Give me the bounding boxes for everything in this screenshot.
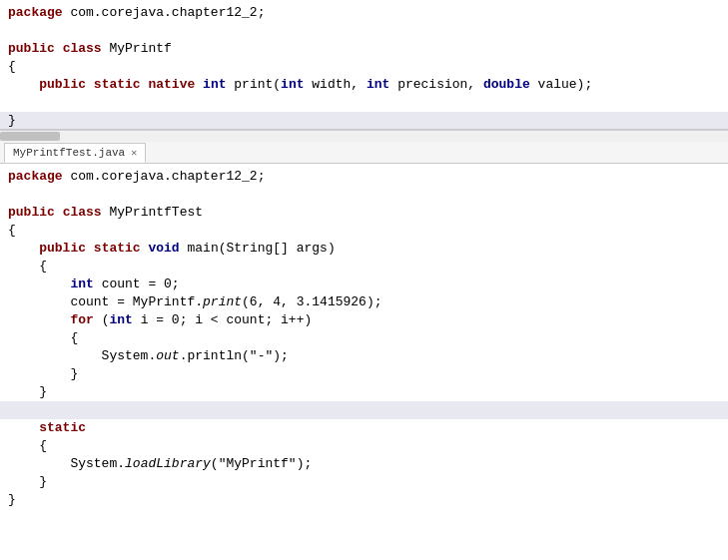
- code-text: public static void main(String[] args): [8, 240, 336, 258]
- code-text: for (int i = 0; i < count; i++): [8, 311, 312, 329]
- bottom-code-panel: package com.corejava.chapter12_2;public …: [0, 164, 728, 560]
- code-line: {: [0, 222, 728, 240]
- code-text: public static native int print(int width…: [8, 76, 592, 94]
- code-line: [0, 401, 728, 419]
- code-line: }: [0, 383, 728, 401]
- horizontal-scrollbar[interactable]: [0, 130, 728, 142]
- code-line: }: [0, 365, 728, 383]
- code-line: public static native int print(int width…: [0, 76, 728, 94]
- code-text: {: [8, 222, 16, 240]
- code-text: }: [8, 383, 47, 401]
- code-line: int count = 0;: [0, 276, 728, 293]
- code-line: {: [0, 437, 728, 455]
- code-text: }: [8, 112, 16, 130]
- bottom-code-content: package com.corejava.chapter12_2;public …: [0, 164, 728, 513]
- code-line: }: [0, 112, 728, 130]
- code-text: {: [8, 437, 47, 455]
- editor-container: package com.corejava.chapter12_2;public …: [0, 0, 728, 560]
- code-line: [0, 22, 728, 40]
- code-line: public class MyPrintf: [0, 40, 728, 58]
- tab-bar: MyPrintfTest.java ✕: [0, 142, 728, 164]
- code-text: {: [8, 329, 78, 347]
- code-line: static: [0, 419, 728, 437]
- code-line: public static void main(String[] args): [0, 240, 728, 258]
- top-code-panel: package com.corejava.chapter12_2;public …: [0, 0, 728, 130]
- code-text: package com.corejava.chapter12_2;: [8, 168, 265, 186]
- code-line: public class MyPrintfTest: [0, 204, 728, 222]
- code-text: public class MyPrintf: [8, 40, 172, 58]
- code-text: }: [8, 491, 16, 509]
- code-text: }: [8, 365, 78, 383]
- code-line: count = MyPrintf.print(6, 4, 3.1415926);: [0, 293, 728, 311]
- scrollbar-thumb[interactable]: [0, 132, 60, 141]
- top-code-content: package com.corejava.chapter12_2;public …: [0, 0, 728, 130]
- code-line: [0, 94, 728, 112]
- code-line: package com.corejava.chapter12_2;: [0, 168, 728, 186]
- code-text: static: [8, 419, 86, 437]
- tab-close-icon[interactable]: ✕: [131, 147, 137, 159]
- code-line: {: [0, 58, 728, 76]
- code-text: System.loadLibrary("MyPrintf");: [8, 455, 312, 473]
- code-line: [0, 186, 728, 204]
- code-text: System.out.println("-");: [8, 347, 289, 365]
- code-line: {: [0, 329, 728, 347]
- code-line: package com.corejava.chapter12_2;: [0, 4, 728, 22]
- code-text: {: [8, 258, 47, 276]
- code-line: {: [0, 258, 728, 276]
- code-line: }: [0, 473, 728, 491]
- code-line: for (int i = 0; i < count; i++): [0, 311, 728, 329]
- code-line: System.out.println("-");: [0, 347, 728, 365]
- tab-myprintf-test[interactable]: MyPrintfTest.java ✕: [4, 143, 146, 163]
- tab-label: MyPrintfTest.java: [13, 147, 125, 159]
- code-text: package com.corejava.chapter12_2;: [8, 4, 265, 22]
- code-text: {: [8, 58, 16, 76]
- code-line: System.loadLibrary("MyPrintf");: [0, 455, 728, 473]
- code-text: }: [8, 473, 47, 491]
- code-text: int count = 0;: [8, 276, 180, 293]
- code-text: public class MyPrintfTest: [8, 204, 203, 222]
- code-text: count = MyPrintf.print(6, 4, 3.1415926);: [8, 293, 382, 311]
- code-line: }: [0, 491, 728, 509]
